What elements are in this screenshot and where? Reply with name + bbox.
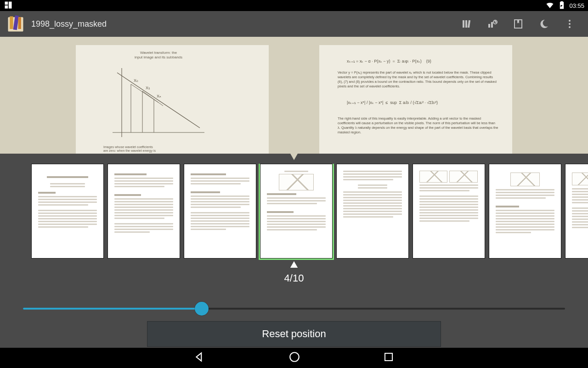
overflow-menu-button[interactable] bbox=[557, 11, 582, 37]
svg-rect-29 bbox=[385, 353, 392, 361]
svg-rect-9 bbox=[468, 20, 470, 28]
page-slider[interactable] bbox=[23, 308, 565, 310]
thumbnail-strip[interactable] bbox=[0, 164, 588, 260]
status-clock: 03:55 bbox=[569, 2, 584, 9]
svg-rect-1 bbox=[5, 5, 8, 8]
library-button[interactable] bbox=[454, 11, 480, 37]
app-toolbar: 1998_lossy_masked bbox=[0, 11, 588, 37]
bookmarks-button[interactable] bbox=[505, 11, 531, 37]
battery-icon bbox=[557, 0, 566, 11]
svg-text:Xₙ: Xₙ bbox=[157, 94, 161, 98]
thumbnail-page-5[interactable] bbox=[336, 164, 409, 259]
recents-icon bbox=[4, 0, 13, 11]
svg-text:X₁: X₁ bbox=[146, 86, 150, 90]
reset-position-button[interactable]: Reset position bbox=[147, 321, 441, 347]
marker-top-icon bbox=[290, 154, 298, 160]
svg-text:X₀: X₀ bbox=[134, 78, 138, 83]
stats-button[interactable] bbox=[480, 11, 505, 37]
system-nav-bar bbox=[0, 348, 588, 368]
app-icon[interactable] bbox=[6, 14, 26, 34]
svg-point-15 bbox=[569, 23, 571, 25]
thumbnail-page-2[interactable] bbox=[107, 164, 180, 259]
document-title: 1998_lossy_masked bbox=[31, 19, 107, 29]
thumbnail-page-4[interactable] bbox=[260, 164, 333, 259]
thumbnail-page-8[interactable] bbox=[565, 164, 588, 259]
svg-point-16 bbox=[569, 26, 571, 28]
page-right: xₖ₊₁ = xₖ − α · P(xₖ − y) = Σᵢ aᵢφᵢ · P(… bbox=[319, 45, 512, 154]
svg-rect-0 bbox=[5, 1, 8, 5]
page-left: Wavelet transform: theinput image and it… bbox=[76, 45, 269, 154]
thumbnail-page-6[interactable] bbox=[413, 164, 485, 259]
document-preview[interactable]: Wavelet transform: theinput image and it… bbox=[0, 37, 588, 154]
wifi-icon bbox=[545, 0, 554, 11]
svg-point-28 bbox=[290, 352, 299, 362]
svg-rect-11 bbox=[491, 22, 493, 28]
svg-rect-10 bbox=[488, 24, 490, 28]
nav-overview-icon[interactable] bbox=[383, 351, 394, 364]
page-indicator: 4/10 bbox=[0, 272, 588, 284]
nav-back-icon[interactable] bbox=[194, 351, 206, 365]
svg-rect-4 bbox=[10, 17, 13, 29]
page-navigator: 4/10 bbox=[0, 154, 588, 296]
marker-bottom-icon bbox=[290, 261, 298, 268]
slider-thumb[interactable] bbox=[195, 302, 209, 316]
thumbnail-page-3[interactable] bbox=[184, 164, 256, 259]
svg-line-19 bbox=[117, 73, 200, 128]
night-mode-button[interactable] bbox=[531, 11, 557, 37]
svg-rect-8 bbox=[465, 20, 467, 28]
thumbnail-page-1[interactable] bbox=[31, 164, 104, 259]
thumbnail-page-7[interactable] bbox=[489, 164, 561, 259]
svg-rect-6 bbox=[18, 17, 21, 29]
page-slider-zone bbox=[0, 296, 588, 321]
svg-rect-2 bbox=[9, 1, 12, 8]
nav-home-icon[interactable] bbox=[288, 351, 300, 365]
svg-rect-7 bbox=[463, 20, 464, 28]
svg-line-24 bbox=[142, 91, 163, 106]
system-status-bar: 03:55 bbox=[0, 0, 588, 11]
svg-point-14 bbox=[569, 20, 571, 22]
reset-zone: Reset position bbox=[0, 321, 588, 348]
